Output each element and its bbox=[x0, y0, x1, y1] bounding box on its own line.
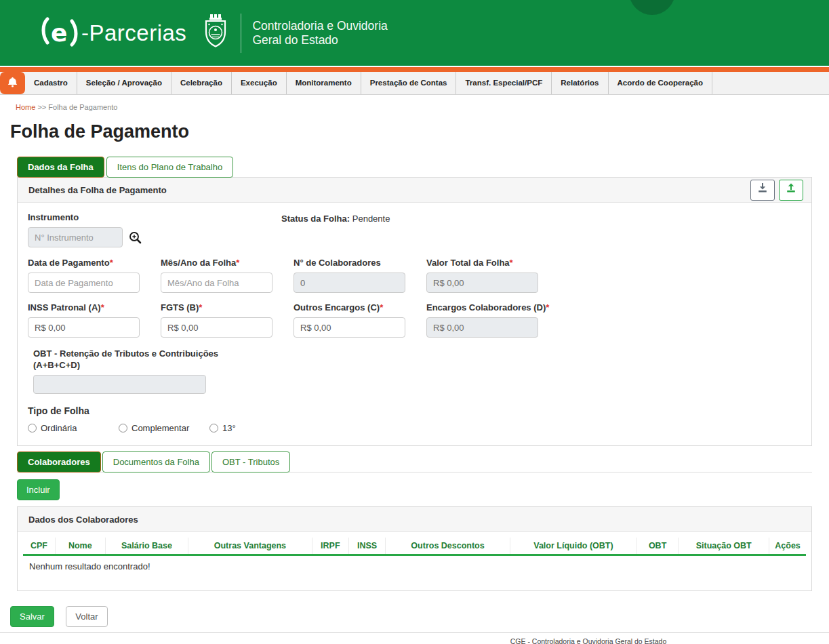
tab-itens-plano-trabalho[interactable]: Itens do Plano de Trabalho bbox=[106, 157, 233, 178]
collaborators-panel-header: Dados dos Colaboradores bbox=[18, 507, 811, 532]
obt-section: OBT - Retenção de Tributos e Contribuiçõ… bbox=[33, 348, 801, 394]
main-tabs: Dados da Folha Itens do Plano de Trabalh… bbox=[17, 157, 829, 178]
status-label: Status da Folha: bbox=[281, 214, 350, 224]
app-header: e -Parcerias Controladoria e Ouvidoria G… bbox=[0, 0, 829, 66]
radio-decimo-terceiro-circle[interactable] bbox=[209, 424, 218, 432]
nav-item-cadastro[interactable]: Cadastro bbox=[25, 72, 77, 94]
encargos-colaboradores-label: Encargos Colaboradores (D)* bbox=[426, 302, 559, 313]
upload-icon bbox=[786, 178, 796, 203]
data-pagamento-input[interactable] bbox=[28, 273, 140, 293]
radio-decimo-terceiro[interactable]: 13° bbox=[209, 423, 300, 433]
nav-item-prestacao-de-contas[interactable]: Prestação de Contas bbox=[361, 72, 457, 94]
nav-item-selecao-aprovacao[interactable]: Seleção / Aprovação bbox=[77, 72, 171, 94]
inss-patronal-input[interactable] bbox=[28, 317, 140, 338]
nav-item-monitoramento[interactable]: Monitoramento bbox=[287, 72, 361, 94]
header-divider bbox=[241, 14, 241, 53]
download-button[interactable] bbox=[750, 180, 775, 201]
col-nome: Nome bbox=[55, 538, 105, 555]
nav-item-relatorios[interactable]: Relatórios bbox=[552, 72, 608, 94]
col-outros-descontos: Outros Descontos bbox=[386, 538, 510, 555]
obt-label: OBT - Retenção de Tributos e Contribuiçõ… bbox=[33, 348, 801, 371]
fgts-label: FGTS (B)* bbox=[161, 302, 294, 313]
n-colaboradores-input bbox=[294, 273, 405, 293]
status-value: Pendente bbox=[352, 214, 390, 224]
data-pagamento-label: Data de Pagamento* bbox=[28, 258, 161, 268]
empty-result-message: Nenhum resultado encontrado! bbox=[23, 555, 806, 578]
tab-documentos-da-folha[interactable]: Documentos da Folha bbox=[102, 451, 210, 472]
col-valor-liquido-obt: Valor Líquido (OBT) bbox=[510, 538, 636, 555]
valor-total-input bbox=[426, 273, 538, 293]
radio-complementar-label: Complementar bbox=[132, 423, 189, 433]
obt-input bbox=[33, 375, 206, 394]
valor-total-label: Valor Total da Folha* bbox=[426, 258, 559, 268]
page-footer: CGE - Controladoria e Ouvidoria Geral do… bbox=[0, 632, 829, 644]
col-obt: OBT bbox=[636, 538, 678, 555]
fgts-input[interactable] bbox=[161, 317, 272, 338]
nav-item-transf-especial-pcf[interactable]: Transf. Especial/PCF bbox=[456, 72, 552, 94]
instrumento-label: Instrumento bbox=[28, 212, 281, 222]
table-header-row: CPF Nome Salário Base Outras Vantagens I… bbox=[23, 538, 806, 555]
incluir-button[interactable]: Incluir bbox=[17, 479, 60, 500]
svg-text:e: e bbox=[51, 19, 67, 47]
orange-accent-bar bbox=[0, 67, 829, 72]
nav-item-execucao[interactable]: Execução bbox=[232, 72, 287, 94]
footer-org-line: CGE - Controladoria e Ouvidoria Geral do… bbox=[351, 637, 826, 644]
logo-text: -Parcerias bbox=[81, 20, 186, 46]
col-cpf: CPF bbox=[23, 538, 55, 555]
org-name: Controladoria e Ouvidoria Geral do Estad… bbox=[252, 19, 387, 47]
breadcrumb: Home >> Folha de Pagamento bbox=[16, 103, 829, 111]
outros-encargos-input[interactable] bbox=[294, 317, 405, 338]
upload-button[interactable] bbox=[779, 180, 803, 201]
details-panel-header: Detalhes da Folha de Pagamento bbox=[18, 178, 811, 203]
col-outras-vantagens: Outras Vantagens bbox=[188, 538, 312, 555]
radio-ordinaria-circle[interactable] bbox=[28, 424, 37, 432]
salvar-button[interactable]: Salvar bbox=[10, 606, 54, 627]
radio-complementar-circle[interactable] bbox=[119, 424, 127, 432]
collaborators-table: CPF Nome Salário Base Outras Vantagens I… bbox=[23, 538, 806, 577]
details-panel-title: Detalhes da Folha de Pagamento bbox=[28, 185, 167, 195]
col-inss: INSS bbox=[348, 538, 385, 555]
col-acoes: Ações bbox=[769, 538, 806, 555]
inss-patronal-label: INSS Patronal (A)* bbox=[28, 302, 161, 313]
col-irpf: IRPF bbox=[312, 538, 348, 555]
nav-item-acordo-de-cooperacao[interactable]: Acordo de Cooperação bbox=[609, 72, 713, 94]
search-instrumento-icon[interactable] bbox=[129, 231, 142, 244]
main-navbar: Cadastro Seleção / Aprovação Celebração … bbox=[0, 72, 829, 95]
notifications-button[interactable] bbox=[0, 72, 25, 94]
tipo-de-folha-label: Tipo de Folha bbox=[28, 405, 801, 416]
page-title: Folha de Pagamento bbox=[10, 121, 829, 142]
col-salario-base: Salário Base bbox=[105, 538, 188, 555]
form-actions: Salvar Voltar bbox=[10, 606, 829, 627]
nav-item-celebracao[interactable]: Celebração bbox=[171, 72, 232, 94]
tab-dados-da-folha[interactable]: Dados da Folha bbox=[17, 157, 104, 178]
eparcerias-logo-icon: e bbox=[41, 14, 79, 52]
state-crest-icon bbox=[201, 13, 230, 54]
instrumento-input bbox=[28, 227, 123, 247]
empty-result-row: Nenhum resultado encontrado! bbox=[23, 555, 806, 578]
outros-encargos-label: Outros Encargos (C)* bbox=[294, 302, 426, 313]
tipo-de-folha-options: Ordinária Complementar 13° bbox=[28, 423, 801, 433]
mes-ano-label: Mês/Ano da Folha* bbox=[161, 258, 294, 268]
radio-ordinaria-label: Ordinária bbox=[41, 423, 77, 433]
breadcrumb-home-link[interactable]: Home bbox=[16, 103, 35, 111]
sub-tabs: Colaboradores Documentos da Folha OBT - … bbox=[17, 451, 812, 472]
col-situacao-obt: Situação OBT bbox=[679, 538, 769, 555]
breadcrumb-current: Folha de Pagamento bbox=[48, 103, 117, 111]
status-da-folha: Status da Folha: Pendente bbox=[281, 212, 390, 247]
details-panel: Detalhes da Folha de Pagamento bbox=[17, 177, 812, 446]
download-icon bbox=[757, 178, 768, 203]
bell-icon bbox=[7, 76, 18, 91]
breadcrumb-separator: >> bbox=[37, 103, 46, 111]
collaborators-panel-title: Dados dos Colaboradores bbox=[28, 515, 138, 525]
radio-decimo-terceiro-label: 13° bbox=[222, 423, 236, 433]
radio-complementar[interactable]: Complementar bbox=[119, 423, 209, 433]
collaborators-panel: Dados dos Colaboradores CPF Nome Salário… bbox=[17, 506, 812, 591]
encargos-colaboradores-input bbox=[426, 317, 538, 338]
voltar-button[interactable]: Voltar bbox=[66, 606, 107, 627]
tab-colaboradores[interactable]: Colaboradores bbox=[17, 451, 101, 472]
n-colaboradores-label: N° de Colaboradores bbox=[294, 258, 426, 268]
mes-ano-input[interactable] bbox=[161, 273, 272, 293]
tab-obt-tributos[interactable]: OBT - Tributos bbox=[211, 451, 290, 472]
radio-ordinaria[interactable]: Ordinária bbox=[28, 423, 119, 433]
